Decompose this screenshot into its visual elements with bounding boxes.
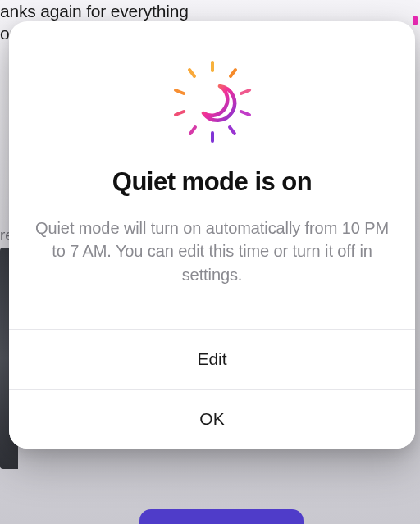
ok-button[interactable]: OK [9,389,415,449]
svg-line-4 [230,127,235,134]
dialog-title: Quiet mode is on [32,167,392,197]
svg-line-3 [241,112,249,115]
dialog-description: Quiet mode will turn on automatically fr… [35,216,389,286]
background-accent-strip [413,16,418,25]
ok-button-label: OK [199,409,224,429]
svg-line-2 [241,90,249,93]
svg-line-1 [231,70,235,76]
dialog-icon-container [9,56,415,149]
svg-line-9 [189,70,194,76]
background-bottom-bar [139,509,304,524]
svg-line-8 [176,90,184,93]
svg-line-6 [190,127,195,134]
svg-line-7 [176,112,184,115]
quiet-mode-moon-icon [167,56,258,149]
edit-button[interactable]: Edit [9,329,415,389]
quiet-mode-dialog: Quiet mode is on Quiet mode will turn on… [9,21,415,449]
edit-button-label: Edit [197,349,226,369]
